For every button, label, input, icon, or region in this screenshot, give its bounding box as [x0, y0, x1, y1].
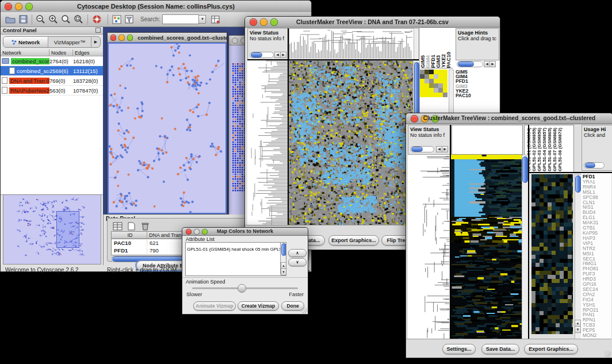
move-attribute-down-button[interactable]: ∨ [288, 258, 307, 266]
help-lifering-icon[interactable] [90, 14, 103, 25]
attribute-items: GPL51-01 (GSM854) heat shock 05 minGPL51… [186, 243, 286, 253]
animate-vizmap-button[interactable]: Animate Vizmap [193, 301, 236, 311]
search-input[interactable] [162, 14, 199, 24]
scroll-right-arrow[interactable]: ▶ [280, 52, 286, 58]
tv2-export-graphics-button[interactable]: Export Graphics... [524, 344, 578, 354]
treeview2-window: ClusterMaker TreeView : combined_scores_… [406, 113, 612, 358]
save-icon[interactable] [17, 14, 29, 25]
edge-count: 107847(0) [73, 87, 102, 94]
close-button[interactable] [110, 35, 116, 41]
column-label[interactable]: GPL51-07 (GSM868) [552, 128, 557, 171]
network-row-rnapuber[interactable]: RNAPuberNov2+ 563(0) 107847(0) [1, 86, 103, 95]
tv1-summary-matrix[interactable] [420, 70, 447, 97]
vscroll-thumb[interactable] [522, 156, 528, 183]
tv2-save-data-button[interactable]: Save Data... [481, 344, 519, 354]
search-dropdown-arrow[interactable]: ▼ [199, 15, 206, 24]
column-label[interactable]: PAC10 [446, 52, 452, 68]
network-view-titlebar[interactable]: combined_scores_good.txt--cluste... [108, 33, 227, 43]
tv2-status-scrollbar[interactable] [410, 146, 434, 152]
tv2-row-dendrogram-box [408, 155, 449, 339]
scroll-down-arrow[interactable]: ▼ [281, 269, 286, 275]
zoom-selected-icon[interactable] [60, 14, 72, 25]
zoom-fit-icon[interactable] [72, 14, 85, 25]
node-count: 2764(0) [49, 58, 73, 64]
table-mode-icon[interactable] [111, 220, 124, 232]
birdseye-canvas[interactable] [3, 195, 100, 263]
delete-attribute-icon[interactable] [139, 220, 151, 232]
column-label[interactable]: GPL51-04 (GSM857) [542, 128, 547, 171]
tab-vizmapper[interactable]: VizMapper™ [48, 37, 91, 47]
close-button[interactable] [232, 37, 238, 44]
column-label[interactable]: GPL51-08 (GSM872) [557, 128, 563, 171]
row-label[interactable]: PAC10 [456, 93, 471, 98]
network-row-dna-tran[interactable]: DNA and Tran 07 769(0) 183728(0) [1, 76, 103, 86]
scroll-right-arrow[interactable]: ▶ [489, 61, 496, 67]
tv2-settings-button[interactable]: Settings... [442, 344, 476, 354]
treeview2-titlebar[interactable]: ClusterMaker TreeView : combined_scores_… [406, 113, 612, 124]
toolbar-separator [108, 14, 108, 25]
column-header-edges[interactable]: Edges [73, 49, 103, 56]
attribute-table-icon[interactable] [209, 14, 222, 25]
column-label[interactable]: GPL51-03 (GSM856) [537, 128, 542, 171]
tab-network[interactable]: Network [3, 37, 48, 47]
minimize-button[interactable] [118, 35, 124, 41]
network-tree-list: combined_scores 2764(0) 16218(0) combine… [1, 56, 103, 195]
tv2-usage-hints-panel: Usage Hi Click and [582, 125, 612, 171]
zoom-out-icon[interactable] [35, 14, 47, 25]
tv1-column-dendrogram[interactable] [289, 29, 412, 59]
file-icon [9, 67, 15, 74]
animation-speed-slider-thumb[interactable] [238, 284, 246, 293]
main-titlebar[interactable]: Cytoscape Desktop (Session Name: collins… [1, 1, 311, 13]
tv2-usage-scrollbar[interactable] [584, 162, 605, 168]
tv2-heatmap[interactable] [451, 155, 522, 339]
tv1-heatmap[interactable] [289, 60, 413, 225]
hscroll-thumb[interactable] [411, 147, 423, 152]
network-row-combined-sco-selected[interactable]: combined_sco 2569(6) 13112(15) [1, 66, 103, 76]
gene-label[interactable]: MON2 [583, 333, 611, 338]
column-header-network[interactable]: Network [1, 49, 49, 56]
column-label[interactable]: GPL51-02 (GSM855) [531, 128, 537, 171]
tv2-row-dendrogram[interactable] [408, 155, 449, 339]
tv1-row-dendrogram[interactable] [247, 60, 288, 225]
node-count: 769(0) [49, 78, 73, 84]
float-panel-icon[interactable] [95, 28, 101, 33]
tv1-usage-scrollbar[interactable] [457, 61, 483, 67]
new-attribute-icon[interactable] [125, 220, 137, 232]
control-panel-header: Control Panel [1, 27, 103, 35]
column-label[interactable]: GPL51-06 (GSM865) [547, 128, 552, 171]
tv1-export-graphics-button[interactable]: Export Graphics... [328, 235, 379, 246]
vscroll-thumb[interactable] [281, 243, 286, 256]
slower-label: Slower [186, 292, 202, 297]
resize-grip[interactable] [301, 307, 307, 313]
dialog-titlebar[interactable]: Map Colors to Network [182, 228, 308, 236]
network-manager-icon[interactable] [110, 14, 123, 25]
attribute-list[interactable]: GPL51-01 (GSM854) heat shock 05 minGPL51… [185, 242, 286, 276]
zoom-button[interactable] [127, 35, 133, 41]
hscroll-thumb[interactable] [585, 163, 595, 168]
vscroll-thumb[interactable] [575, 175, 581, 193]
birdseye-view[interactable] [3, 194, 101, 265]
id-column-header[interactable]: ID [112, 232, 147, 239]
tv2-global-heatmap[interactable] [531, 174, 573, 334]
treeview1-titlebar[interactable]: ClusterMaker TreeView : DNA and Tran 07-… [245, 17, 500, 28]
open-file-icon[interactable] [4, 14, 17, 25]
attribute-item[interactable]: GPL51-01 (GSM854) heat shock 05 min [186, 247, 269, 252]
control-panel-title: Control Panel [3, 28, 37, 33]
tv1-usage-hints-panel: Usage Hints Click and drag tc [456, 28, 499, 60]
hscroll-thumb[interactable] [251, 52, 262, 58]
tv1-status-scrollbar[interactable] [250, 52, 274, 58]
attribute-list-vscrollbar[interactable]: ▲ ▼ [280, 243, 286, 274]
move-attribute-up-button[interactable]: ∧ [288, 249, 307, 257]
hscroll-thumb[interactable] [458, 62, 474, 67]
birdseye-viewport-rect[interactable] [56, 211, 79, 248]
filter-icon[interactable] [123, 14, 136, 25]
column-header-nodes[interactable]: Nodes [49, 49, 73, 56]
scroll-down-arrow[interactable]: ▼ [575, 326, 581, 333]
network-row-combined-scores[interactable]: combined_scores 2764(0) 16218(0) [1, 56, 103, 66]
tab-overflow-button[interactable]: ▶ [91, 37, 100, 47]
network-view-canvas[interactable] [109, 44, 224, 213]
zoom-in-icon[interactable] [47, 14, 60, 25]
create-vizmap-button[interactable]: Create Vizmap [238, 301, 279, 311]
resize-grip[interactable] [605, 351, 611, 357]
scroll-right-arrow[interactable]: ▶ [442, 146, 448, 152]
